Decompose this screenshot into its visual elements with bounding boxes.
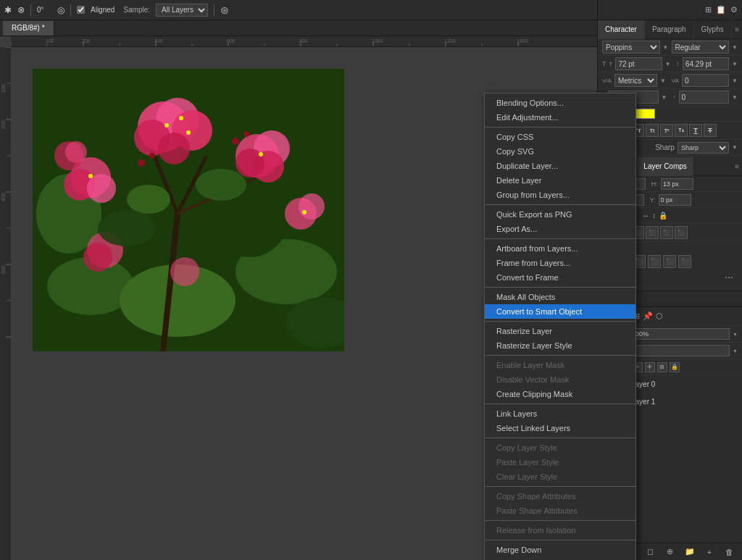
dist-center-v-icon[interactable]: ⬛ <box>663 255 676 268</box>
document-tab[interactable]: RGB/8#) * <box>3 21 54 35</box>
menu-item-mask-all-objects[interactable]: Mask All Objects <box>485 290 635 304</box>
lock-position-btn[interactable]: ✛ <box>645 362 655 372</box>
menu-item-export-as[interactable]: Export As... <box>485 222 635 236</box>
font-size-input[interactable] <box>615 57 662 70</box>
ruler-vertical: 100 200 400 600 <box>0 47 11 560</box>
secondary-menu-icon[interactable]: ≡ <box>732 162 742 170</box>
panel-menu-icon[interactable]: ≡ <box>732 25 742 33</box>
size-label: T <box>609 61 613 67</box>
panel-icon-3[interactable]: ⚙ <box>730 5 738 14</box>
lock-artboard-btn[interactable]: ⊞ <box>657 362 667 372</box>
panel-icon-2[interactable]: 📋 <box>716 5 726 14</box>
shift-input[interactable] <box>679 91 730 104</box>
leading-input[interactable] <box>683 57 729 70</box>
chevron-tracking-icon: ▼ <box>732 78 738 84</box>
sharp-select[interactable]: Sharp <box>678 142 729 154</box>
y-input[interactable] <box>659 194 691 206</box>
menu-separator-37 <box>485 540 635 540</box>
menu-item-copy-css[interactable]: Copy CSS <box>485 130 635 144</box>
channel-icon-6[interactable]: ⬡ <box>656 312 663 321</box>
menu-item-link-layers[interactable]: Link Layers <box>485 406 635 421</box>
separator-3 <box>214 4 214 16</box>
menu-item-select-linked-layers[interactable]: Select Linked Layers <box>485 421 635 435</box>
svg-point-69 <box>127 185 170 214</box>
tab-paragraph-label: Paragraph <box>652 25 686 33</box>
tab-paragraph[interactable]: Paragraph <box>645 20 694 39</box>
sub-btn[interactable]: T₂ <box>675 124 688 137</box>
channel-icon-5[interactable]: 📌 <box>643 312 653 321</box>
font-family-select[interactable]: Poppins <box>602 41 660 54</box>
menu-item-edit-adjustment[interactable]: Edit Adjustment... <box>485 110 635 125</box>
tab-character-label: Character <box>605 25 637 33</box>
add-mask-icon[interactable]: ◻ <box>643 546 656 559</box>
new-layer-icon[interactable]: + <box>703 546 716 559</box>
lock-icon[interactable]: 🔒 <box>659 212 667 220</box>
tracking-input[interactable] <box>682 74 729 87</box>
metrics-row: V/A Metrics ▼ VA ▼ <box>598 72 742 89</box>
size-row: T T ▼ ↕ ▼ <box>598 56 742 72</box>
menu-item-artboard-from-layers[interactable]: Artboard from Layers... <box>485 241 635 256</box>
menu-separator-11 <box>485 238 635 239</box>
chevron-leading-icon: ▼ <box>732 61 738 67</box>
menu-item-copy-shape-attributes: Copy Shape Attributes <box>485 489 635 503</box>
svg-point-53 <box>158 133 190 164</box>
va-label: V/A <box>602 78 612 84</box>
svg-text:200: 200 <box>1 120 6 129</box>
menu-separator-35 <box>485 520 635 521</box>
aligned-checkbox[interactable] <box>77 6 85 14</box>
metrics-select[interactable]: Metrics <box>614 74 657 87</box>
menu-item-convert-smart-object[interactable]: Convert to Smart Object <box>485 304 635 319</box>
flip-h-icon[interactable]: ↔ <box>642 212 649 220</box>
separator-1 <box>30 4 31 16</box>
h-label: H: <box>651 180 658 188</box>
strikethrough-btn[interactable]: T <box>704 124 717 137</box>
separator-2 <box>70 4 71 16</box>
add-adjustment-icon[interactable]: ⊕ <box>663 546 676 559</box>
menu-separator-15 <box>485 287 635 288</box>
lock-all-btn[interactable]: 🔒 <box>670 362 680 372</box>
smallcaps-btn[interactable]: Tt <box>646 124 659 137</box>
menu-item-create-clipping-mask[interactable]: Create Clipping Mask <box>485 387 635 401</box>
menu-item-merge-visible[interactable]: Merge Visible <box>485 557 635 560</box>
chevron-shift-icon: ▼ <box>732 94 738 101</box>
sample-label: Sample: <box>123 6 150 14</box>
svg-text:400: 400 <box>1 193 6 201</box>
menu-item-delete-layer[interactable]: Delete Layer <box>485 173 635 188</box>
h-input[interactable] <box>661 178 693 190</box>
menu-item-frame-from-layers[interactable]: Frame from Layers... <box>485 256 635 270</box>
tab-layer-comps[interactable]: Layer Comps <box>638 157 693 176</box>
tab-character[interactable]: Character <box>598 20 645 39</box>
sample-select[interactable]: All Layers <box>156 4 208 17</box>
menu-item-convert-to-frame[interactable]: Convert to Frame <box>485 270 635 285</box>
add-group-icon[interactable]: 📁 <box>683 546 696 559</box>
opacity-input[interactable] <box>629 328 730 340</box>
menu-item-merge-down[interactable]: Merge Down <box>485 543 635 557</box>
menu-item-duplicate-layer[interactable]: Duplicate Layer... <box>485 159 635 173</box>
dist-bottom-icon[interactable]: ⬛ <box>678 255 691 268</box>
menu-item-group-from-layers[interactable]: Group from Layers... <box>485 188 635 202</box>
svg-text:100: 100 <box>1 84 6 93</box>
menu-separator-21 <box>485 355 635 356</box>
menu-item-copy-svg[interactable]: Copy SVG <box>485 144 635 159</box>
align-bottom-icon[interactable]: ⬛ <box>675 226 688 239</box>
svg-point-64 <box>87 174 116 203</box>
chevron-fill-icon: ▼ <box>733 348 738 354</box>
canvas-image <box>33 69 344 351</box>
align-center-v-icon[interactable]: ⬛ <box>660 226 673 239</box>
underline-btn[interactable]: T <box>689 124 702 137</box>
menu-item-rasterize-layer-style[interactable]: Rasterize Layer Style <box>485 338 635 353</box>
align-top-icon[interactable]: ⬛ <box>646 226 659 239</box>
menu-item-quick-export-png[interactable]: Quick Export as PNG <box>485 207 635 222</box>
menu-item-blending-options[interactable]: Blending Options... <box>485 96 635 110</box>
font-style-select[interactable]: Regular <box>672 41 730 54</box>
super-btn[interactable]: T² <box>660 124 673 137</box>
tab-layer-comps-label: Layer Comps <box>643 162 686 170</box>
delete-layer-icon[interactable]: 🗑 <box>722 546 735 559</box>
panel-icon-1[interactable]: ⊞ <box>705 5 712 14</box>
dist-top-icon[interactable]: ⬛ <box>648 255 661 268</box>
menu-item-rasterize-layer[interactable]: Rasterize Layer <box>485 324 635 338</box>
flip-v-icon[interactable]: ↕ <box>652 212 656 220</box>
menu-item-paste-layer-style: Paste Layer Style <box>485 455 635 469</box>
tab-glyphs[interactable]: Glyphs <box>694 20 732 39</box>
leading-icon: ↕ <box>676 60 680 67</box>
